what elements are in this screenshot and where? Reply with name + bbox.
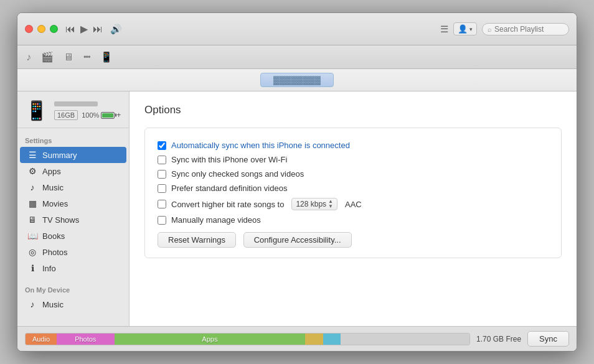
storage-segments: Audio Photos Apps (25, 333, 470, 345)
battery-bar (101, 112, 115, 119)
search-input[interactable] (494, 25, 563, 34)
device-tab-label: ▓▓▓▓▓▓▓▓ (273, 75, 321, 85)
maximize-button[interactable] (50, 25, 58, 33)
user-chevron-icon: ▾ (469, 26, 473, 32)
list-view-icon[interactable]: ☰ (440, 24, 448, 35)
battery-percent: 100% (82, 111, 99, 119)
sidebar-item-summary[interactable]: ☰ Summary (20, 147, 126, 163)
sidebar-item-music[interactable]: ♪ Music (20, 179, 126, 195)
options-section: Automatically sync when this iPhone is c… (144, 128, 562, 258)
sidebar-item-photos[interactable]: ◎ Photos (20, 244, 126, 260)
device-media-icon[interactable]: 📱 (100, 51, 113, 63)
option-manual-videos: Manually manage videos (158, 213, 549, 227)
movies-icon: ▦ (27, 198, 37, 208)
user-icon: 👤 (458, 24, 468, 34)
sidebar-item-label-info: Info (42, 264, 56, 273)
fast-forward-button[interactable]: ⏭ (93, 24, 103, 35)
minimize-button[interactable] (37, 25, 45, 33)
tv-media-icon[interactable]: 🖥 (64, 52, 73, 63)
sidebar-item-tv-shows[interactable]: 🖥 TV Shows (20, 212, 126, 228)
storage-seg-photos-label: Photos (75, 335, 96, 343)
music-device-icon: ♪ (27, 299, 37, 309)
battery-plus: + (116, 111, 121, 119)
volume-button[interactable]: 🔊 (110, 24, 122, 35)
play-button[interactable]: ▶ (80, 23, 88, 35)
bitrate-value: 128 kbps (296, 200, 326, 208)
video-media-icon[interactable]: 🎬 (41, 51, 54, 63)
sidebar-item-apps[interactable]: ⚙ Apps (20, 163, 126, 179)
rewind-button[interactable]: ⏮ (65, 24, 75, 35)
itunes-window: ⏮ ▶ ⏭ 🔊 ☰ 👤 ▾ ⌕ ♪ 🎬 🖥 ••• 📱 ▓▓▓▓▓▓▓▓ (17, 12, 577, 352)
auto-sync-label[interactable]: Automatically sync when this iPhone is c… (171, 141, 350, 150)
manual-videos-label[interactable]: Manually manage videos (171, 215, 261, 225)
apps-icon: ⚙ (27, 166, 37, 176)
bitrate-dropdown[interactable]: 128 kbps ▲ ▼ (291, 198, 337, 210)
sidebar-item-label-summary: Summary (42, 151, 77, 160)
sidebar-item-movies[interactable]: ▦ Movies (20, 195, 126, 212)
device-details: 16GB 100% + (54, 101, 121, 120)
bitrate-arrows: ▲ ▼ (328, 199, 333, 209)
close-button[interactable] (25, 25, 33, 33)
prefer-sd-checkbox[interactable] (158, 184, 166, 193)
checked-only-label[interactable]: Sync only checked songs and videos (171, 169, 304, 179)
storage-seg-other1 (305, 334, 323, 345)
storage-bar-container: Audio Photos Apps 1.70 GB Free Sync (17, 326, 577, 351)
wifi-sync-label[interactable]: Sync with this iPhone over Wi-Fi (171, 155, 287, 164)
battery-fill (102, 113, 113, 118)
option-prefer-sd: Prefer standard definition videos (158, 181, 549, 195)
storage-seg-other2 (323, 334, 341, 345)
device-storage-row: 16GB 100% + (54, 110, 121, 120)
auto-sync-checkbox[interactable] (158, 141, 166, 150)
battery-body (101, 112, 115, 119)
traffic-lights (25, 25, 58, 33)
convert-bitrate-label[interactable]: Convert higher bit rate songs to (171, 200, 284, 209)
photos-icon: ◎ (27, 247, 37, 257)
device-tab[interactable]: ▓▓▓▓▓▓▓▓ (260, 73, 334, 87)
summary-icon: ☰ (27, 150, 37, 160)
settings-section-label: Settings (17, 133, 129, 147)
on-my-device-section: On My Device ♪ Music (17, 276, 129, 312)
sidebar-item-info[interactable]: ℹ Info (20, 260, 126, 276)
storage-seg-photos: Photos (57, 334, 115, 345)
search-bar[interactable]: ⌕ (482, 23, 569, 35)
iphone-icon: 📱 (25, 101, 48, 120)
checked-only-checkbox[interactable] (158, 170, 166, 179)
content-area: 📱 16GB 100% + (17, 91, 577, 326)
wifi-sync-checkbox[interactable] (158, 156, 166, 164)
titlebar-right: ☰ 👤 ▾ ⌕ (440, 22, 569, 35)
sync-button[interactable]: Sync (527, 331, 569, 347)
bitrate-format: AAC (345, 200, 362, 209)
media-type-bar: ♪ 🎬 🖥 ••• 📱 (17, 45, 577, 69)
storage-seg-apps: Apps (115, 334, 306, 345)
on-my-device-label: On My Device (17, 282, 129, 296)
titlebar: ⏮ ▶ ⏭ 🔊 ☰ 👤 ▾ ⌕ (17, 13, 577, 45)
sidebar-item-label-apps: Apps (42, 167, 61, 176)
music-media-icon[interactable]: ♪ (26, 52, 31, 63)
sidebar-item-label-photos: Photos (42, 248, 67, 257)
options-title: Options (144, 104, 562, 116)
action-buttons: Reset Warnings Configure Accessibility..… (158, 227, 549, 248)
user-account-button[interactable]: 👤 ▾ (453, 22, 477, 35)
option-checked-only: Sync only checked songs and videos (158, 167, 549, 181)
reset-warnings-button[interactable]: Reset Warnings (158, 232, 236, 248)
main-panel: Options Automatically sync when this iPh… (130, 91, 577, 326)
storage-seg-free (341, 334, 469, 345)
sidebar: 📱 16GB 100% + (17, 91, 130, 326)
option-convert-bitrate: Convert higher bit rate songs to 128 kbp… (158, 195, 549, 213)
convert-bitrate-checkbox[interactable] (158, 200, 166, 208)
device-info: 📱 16GB 100% + (17, 96, 129, 128)
more-media-icon[interactable]: ••• (83, 52, 90, 62)
storage-seg-audio-label: Audio (32, 335, 50, 343)
storage-seg-audio: Audio (26, 334, 57, 345)
sidebar-item-books[interactable]: 📖 Books (20, 228, 126, 244)
sidebar-item-music-device[interactable]: ♪ Music (20, 296, 126, 312)
music-icon: ♪ (27, 182, 37, 192)
sidebar-item-label-movies: Movies (42, 199, 68, 208)
configure-accessibility-button[interactable]: Configure Accessibility... (243, 232, 352, 248)
search-icon: ⌕ (488, 26, 492, 33)
sidebar-item-label-music: Music (42, 183, 64, 192)
device-name-bar (54, 101, 98, 106)
battery-indicator: 100% + (82, 111, 121, 119)
manual-videos-checkbox[interactable] (158, 216, 166, 225)
prefer-sd-label[interactable]: Prefer standard definition videos (171, 184, 287, 193)
